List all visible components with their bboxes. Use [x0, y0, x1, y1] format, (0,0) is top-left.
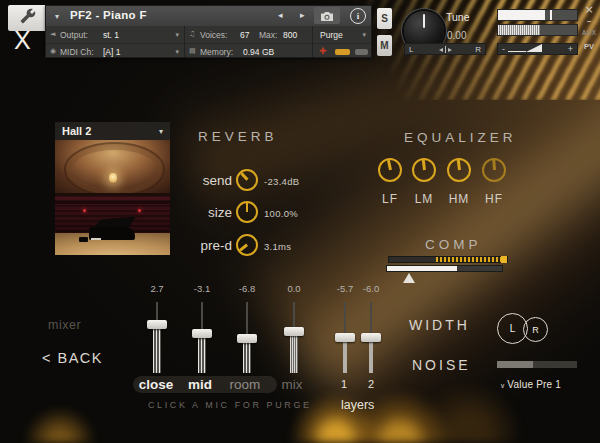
instrument-collapse-chevron[interactable]: ▾: [55, 12, 59, 21]
purge-status-row: ✚: [313, 43, 371, 61]
comp-meter-end-cap: [501, 256, 507, 263]
prev-instrument-button[interactable]: ◂: [278, 10, 283, 20]
purge-row[interactable]: Purge ▾: [313, 27, 371, 43]
noise-preset-dropdown[interactable]: ∨Value Pre 1: [500, 379, 561, 390]
info-button[interactable]: i: [347, 7, 369, 24]
output-meter-right: [497, 24, 578, 36]
midi-label: MIDI Ch:: [60, 47, 94, 57]
equalizer-title: EQUALIZER: [404, 130, 517, 145]
reverb-send-knob[interactable]: [236, 169, 258, 191]
knob-pointer: [246, 203, 249, 212]
exit-light: [138, 209, 141, 212]
fader-value: -6.0: [353, 283, 389, 294]
hall-ceiling-rings: [64, 142, 165, 197]
pan-center-marker: [445, 46, 446, 53]
back-button[interactable]: < BACK: [42, 350, 103, 366]
eq-lf-knob[interactable]: [378, 158, 402, 182]
layer-2-button[interactable]: 2: [364, 378, 378, 390]
memory-icon: ▤: [189, 47, 196, 55]
output-dropdown-chevron[interactable]: ▾: [175, 31, 179, 39]
level-meter-gray: [355, 49, 368, 55]
purge-dropdown-chevron[interactable]: ▾: [362, 31, 366, 39]
fader-handle[interactable]: [147, 320, 167, 329]
pan-right-label: R: [475, 45, 481, 54]
layer-1-button[interactable]: 1: [337, 378, 351, 390]
mic-close-button[interactable]: close: [131, 377, 181, 392]
hall-preset-dropdown[interactable]: Hall 2 ▾: [55, 122, 170, 140]
eq-lm-label: LM: [407, 192, 441, 206]
comp-threshold-pointer[interactable]: [403, 273, 415, 283]
next-instrument-button[interactable]: ▸: [300, 10, 305, 20]
pan-slider[interactable]: L R: [404, 43, 486, 55]
minimize-instrument-button[interactable]: –: [579, 15, 599, 26]
mute-button[interactable]: M: [377, 35, 392, 56]
level-meter-yellow: [335, 49, 350, 55]
eq-hm-label: HM: [442, 192, 476, 206]
max-voices-value[interactable]: 800: [283, 30, 297, 40]
noise-slider-fill: [497, 361, 533, 368]
comp-amount-slider[interactable]: [386, 265, 503, 272]
output-row[interactable]: ◄ Output: st. 1 ▾: [46, 27, 184, 43]
fader-handle[interactable]: [361, 333, 381, 342]
plugin-window: X ▾ PF2 - Piano F ◂ ▸ i ◄ Output: st. 1 …: [0, 0, 600, 443]
mixer-page-label[interactable]: mixer: [48, 318, 81, 332]
midi-jack-icon: ✚: [319, 46, 327, 56]
performance-view-button[interactable]: PV: [579, 42, 599, 51]
reverb-size-label: size: [172, 205, 232, 220]
snapshot-camera-button[interactable]: [314, 7, 340, 24]
knob-pointer: [240, 172, 248, 180]
volume-wedge-line: [508, 51, 526, 53]
knob-pointer: [422, 160, 426, 170]
fader-fill: [153, 329, 161, 373]
mic-purge-hint: CLICK A MIC FOR PURGE: [148, 400, 312, 410]
info-icon: i: [350, 8, 366, 24]
solo-button[interactable]: S: [377, 8, 392, 29]
output-meter-left: [497, 9, 578, 21]
volume-minus[interactable]: -: [502, 44, 505, 54]
eq-hf-label: HF: [477, 192, 511, 206]
exit-light: [83, 209, 86, 212]
eq-lm-knob[interactable]: [412, 158, 436, 182]
piano-keyboard: [91, 238, 101, 240]
midi-dropdown-chevron[interactable]: ▾: [175, 48, 179, 56]
output-label: Output:: [60, 30, 88, 40]
fader-value: 2.7: [139, 283, 175, 294]
width-right-circle[interactable]: R: [523, 317, 548, 342]
purge-label[interactable]: Purge: [320, 30, 343, 40]
noise-slider[interactable]: [497, 361, 577, 368]
noise-preset-value: Value Pre 1: [507, 379, 561, 390]
voices-icon: ♫: [189, 30, 195, 38]
voices-row: ♫ Voices: 67 Max: 800: [185, 27, 312, 43]
fader-handle[interactable]: [284, 327, 304, 336]
reverb-size-knob[interactable]: [236, 201, 258, 223]
hall-preset-value: Hall 2: [62, 125, 159, 137]
memory-value: 0.94 GB: [243, 47, 274, 57]
eq-hf-knob[interactable]: [482, 158, 506, 182]
volume-plus[interactable]: +: [568, 44, 573, 54]
midi-channel-row[interactable]: ◉ MIDI Ch: [A] 1 ▾: [46, 43, 184, 61]
pan-left-arrow-icon: [439, 48, 443, 52]
comp-meter-active-segments: [436, 257, 507, 262]
mic-mix-button[interactable]: mix: [271, 377, 313, 392]
rack-close-button[interactable]: X: [14, 26, 31, 55]
fader-handle[interactable]: [335, 333, 355, 342]
balcony-edge: [55, 193, 170, 196]
chandelier: [109, 173, 117, 184]
instrument-title: PF2 - Piano F: [70, 9, 147, 21]
mic-mid-button[interactable]: mid: [178, 377, 222, 392]
meter-peak-indicator: [550, 10, 552, 20]
output-icon: ◄: [50, 30, 55, 38]
instrument-info-rows: ◄ Output: st. 1 ▾ ◉ MIDI Ch: [A] 1 ▾ ♫ V…: [46, 26, 371, 57]
volume-slider[interactable]: - +: [497, 43, 578, 55]
fader-handle[interactable]: [237, 334, 257, 343]
tune-value[interactable]: 0.00: [447, 30, 466, 41]
voices-label: Voices:: [200, 30, 227, 40]
reverb-predelay-knob[interactable]: [236, 234, 258, 256]
aux-button[interactable]: AUX: [579, 29, 599, 36]
mic-room-button[interactable]: room: [223, 377, 267, 392]
wrench-icon: [20, 8, 36, 28]
max-voices-label: Max:: [259, 30, 277, 40]
eq-hm-knob[interactable]: [447, 158, 471, 182]
reverb-size-value: 100.0%: [264, 208, 298, 219]
fader-handle[interactable]: [192, 329, 212, 338]
